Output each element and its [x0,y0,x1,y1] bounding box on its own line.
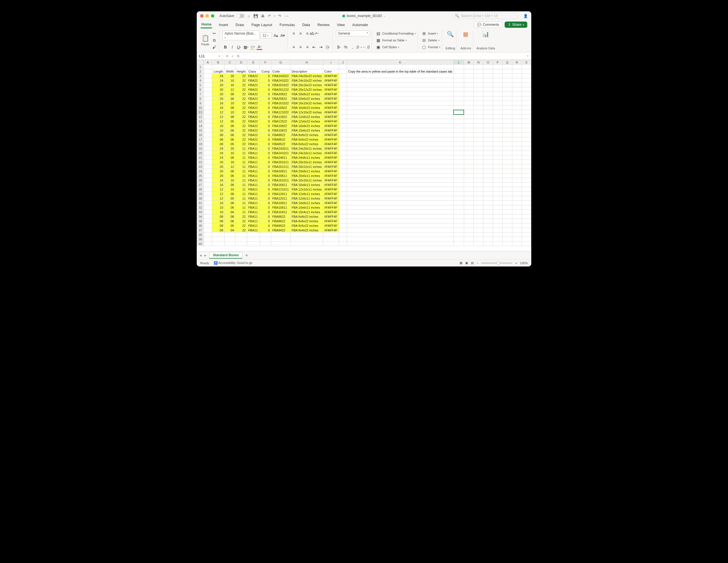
cell-H26[interactable]: FBA 16x10x11 inches [290,178,323,183]
cell-O16[interactable] [483,133,493,137]
format-as-table-button[interactable]: ▦Format as Table ▾ [375,37,416,43]
cell-K22[interactable] [347,160,454,164]
cell-B6[interactable]: 20 [212,87,225,92]
column-header-P[interactable]: P [493,60,502,65]
cell-C15[interactable]: 06 [225,128,235,133]
font-name-select[interactable]: Aptos Narrow (Bod... ▾ [223,31,259,40]
cell-I28[interactable]: #FAFF4F [323,187,339,192]
cell-I1[interactable] [323,65,339,69]
cell-J11[interactable] [339,110,347,115]
cell-E6[interactable]: FBA22 [247,87,260,92]
cell-I40[interactable] [323,242,339,246]
cell-Q9[interactable] [502,101,512,105]
cell-A40[interactable] [204,242,212,246]
cell-R37[interactable] [512,228,522,232]
cell-J26[interactable] [339,178,347,183]
cell-A2[interactable] [204,69,212,74]
cell-B21[interactable]: 24 [212,155,225,160]
cell-G30[interactable]: FBA12511 [271,196,290,201]
cell-C34[interactable]: 08 [225,214,235,219]
cell-C19[interactable]: 20 [225,146,235,151]
bold-icon[interactable]: B [223,44,228,50]
row-header-3[interactable]: 3 [197,74,204,78]
row-header-23[interactable]: 23 [197,164,204,169]
cell-A3[interactable] [204,74,212,78]
cell-Q29[interactable] [502,192,512,196]
cell-L14[interactable] [454,124,464,128]
cell-G14[interactable]: FBA10822 [271,124,290,128]
cell-Q4[interactable] [502,78,512,83]
row-header-8[interactable]: 8 [197,96,204,101]
cell-L9[interactable] [454,101,464,105]
cell-L15[interactable] [454,128,464,133]
cell-D27[interactable]: 11 [235,183,247,187]
cell-R28[interactable] [512,187,522,192]
cell-H40[interactable] [290,242,323,246]
cell-P19[interactable] [493,146,502,151]
row-header-39[interactable]: 39 [197,237,204,242]
cell-O11[interactable] [483,110,493,115]
cell-F18[interactable]: 0 [260,142,271,146]
cell-I14[interactable]: #FAFF4F [323,124,339,128]
cell-H17[interactable]: FBA 8x6x22 inches [290,137,323,142]
currency-icon[interactable]: $▾ [336,44,342,50]
cell-H13[interactable]: FBA 12x5x22 inches [290,119,323,124]
cell-M20[interactable] [464,151,474,155]
cell-Q16[interactable] [502,133,512,137]
cell-C8[interactable]: 06 [225,96,235,101]
row-header-38[interactable]: 38 [197,232,204,237]
cell-D38[interactable] [235,232,247,237]
cell-F6[interactable]: 0 [260,87,271,92]
cell-C21[interactable]: 08 [225,155,235,160]
cell-I39[interactable] [323,237,339,242]
cell-H6[interactable]: FBA 20x12x22 inches [290,87,323,92]
cell-R33[interactable] [512,210,522,214]
cell-D31[interactable]: 11 [235,201,247,205]
cell-F2[interactable]: Comp [260,69,271,74]
cell-R9[interactable] [512,101,522,105]
cell-A28[interactable] [204,187,212,192]
cell-A22[interactable] [204,160,212,164]
cell-I10[interactable]: #FAFF4F [323,105,339,110]
row-header-33[interactable]: 33 [197,210,204,214]
tab-home[interactable]: Home [201,21,212,28]
cell-J22[interactable] [339,160,347,164]
cell-C7[interactable]: 08 [225,92,235,96]
row-header-14[interactable]: 14 [197,124,204,128]
cell-L23[interactable] [454,164,464,169]
cell-O35[interactable] [483,219,493,223]
cell-E32[interactable]: FBA11 [247,205,260,210]
cell-G12[interactable]: FBA12822 [271,115,290,119]
cell-P11[interactable] [493,110,502,115]
column-header-F[interactable]: F [260,60,271,65]
cell-I13[interactable]: #FAFF4F [323,119,339,124]
cell-P9[interactable] [493,101,502,105]
cell-Q12[interactable] [502,115,512,119]
row-header-15[interactable]: 15 [197,128,204,133]
cell-A26[interactable] [204,178,212,183]
cell-I33[interactable]: #FAFF4F [323,210,339,214]
cell-S25[interactable] [522,173,531,178]
cell-R29[interactable] [512,192,522,196]
column-header-S[interactable]: S [522,60,531,65]
cell-A15[interactable] [204,128,212,133]
cell-G8[interactable]: FBA20622 [271,96,290,101]
cell-M32[interactable] [464,205,474,210]
cell-H3[interactable]: FBA 24x20x22 inches [290,74,323,78]
cell-N23[interactable] [474,164,483,169]
decrease-indent-icon[interactable]: ⇤ [311,44,317,50]
home-icon[interactable]: ⌂ [247,14,251,18]
view-page-break-icon[interactable]: ▤ [471,261,474,265]
cell-B39[interactable] [212,237,225,242]
cell-C39[interactable] [225,237,235,242]
cell-O28[interactable] [483,187,493,192]
cell-S3[interactable] [522,74,531,78]
cell-G39[interactable] [271,237,290,242]
cell-O24[interactable] [483,169,493,173]
cell-P5[interactable] [493,83,502,87]
cell-F32[interactable]: 0 [260,205,271,210]
cell-G32[interactable]: FBA10611 [271,205,290,210]
cell-I5[interactable]: #FAFF4F [323,83,339,87]
cell-N11[interactable] [474,110,483,115]
cell-M14[interactable] [464,124,474,128]
